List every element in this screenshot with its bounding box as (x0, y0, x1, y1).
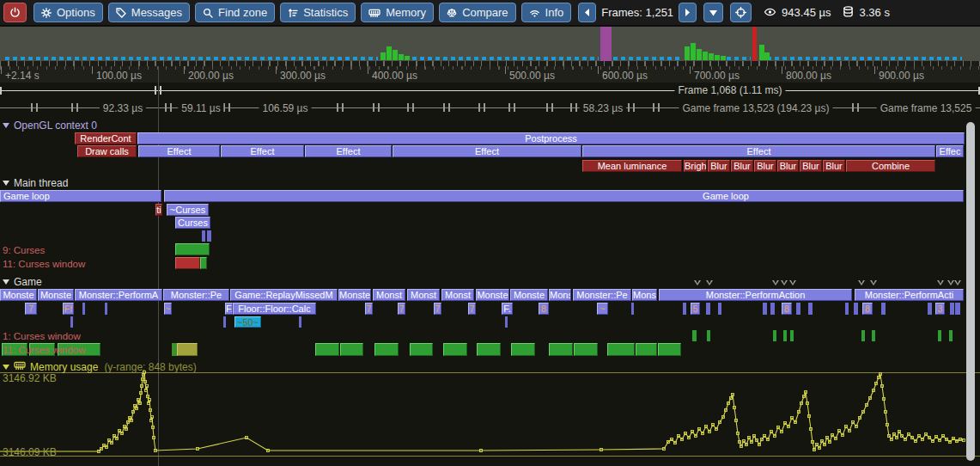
message-marker-icon[interactable] (772, 280, 779, 285)
zone[interactable] (340, 343, 363, 356)
frame-set-label[interactable]: Game frame 13,525 (877, 102, 976, 114)
scrollbar-thumb[interactable] (966, 122, 975, 461)
zone[interactable] (658, 343, 681, 356)
collapse-icon[interactable] (3, 181, 9, 186)
zone[interactable] (164, 190, 964, 202)
zone[interactable]: Mean luminance (582, 160, 682, 172)
frame-time-bar[interactable] (715, 55, 720, 60)
frame-set-label[interactable]: 59.11 µs (178, 102, 223, 114)
frame-time-bars[interactable] (412, 57, 599, 60)
frame-ruler[interactable]: Frame 1,068 (1.11 ms) (0, 83, 980, 98)
zone[interactable]: Effect (305, 145, 392, 157)
frame-time-bar[interactable] (685, 46, 690, 60)
collapse-icon[interactable] (3, 279, 9, 285)
zone-tick[interactable] (718, 303, 721, 315)
zone-tick[interactable] (872, 330, 875, 341)
frame-set-mark[interactable] (373, 103, 380, 112)
zone-tick[interactable] (505, 316, 508, 328)
zone[interactable]: Monste (38, 289, 74, 301)
zone-tick[interactable] (808, 303, 813, 315)
power-button[interactable] (3, 3, 27, 22)
zone[interactable]: F. (225, 303, 233, 315)
frame-time-bars[interactable] (727, 57, 751, 60)
zone[interactable]: Monster::PerformAction (659, 289, 852, 301)
zone[interactable] (315, 343, 339, 356)
zone-tick[interactable] (950, 303, 954, 315)
collapse-all-button[interactable] (703, 3, 723, 22)
zone-tick[interactable] (845, 303, 849, 315)
zone[interactable]: Postprocess (137, 132, 965, 144)
zone[interactable]: ti (155, 204, 162, 216)
message-marker-icon[interactable] (954, 280, 961, 285)
message-marker-icon[interactable] (781, 280, 788, 285)
toolbar-button-options[interactable]: Options (33, 3, 103, 22)
zone[interactable]: ~Curses (167, 204, 209, 216)
zone[interactable]: Monst (407, 289, 440, 301)
frame-time-bar[interactable] (393, 50, 398, 60)
zone-tick[interactable] (770, 303, 775, 315)
zone-tick[interactable] (683, 303, 686, 315)
zone[interactable]: 7 (434, 303, 441, 315)
zone-tick[interactable] (881, 303, 886, 315)
zone[interactable]: Ff (63, 303, 74, 315)
zone[interactable]: 7 (25, 303, 37, 315)
frame-set-label[interactable]: 58.23 µs (580, 102, 626, 114)
zone[interactable]: Effect (393, 145, 581, 157)
frame-set-mark[interactable] (570, 103, 577, 112)
zone[interactable] (374, 343, 399, 356)
zone-tick[interactable] (928, 303, 932, 315)
frame-set-mark[interactable] (407, 103, 414, 112)
message-marker-icon[interactable] (937, 280, 944, 285)
frame-set-mark[interactable] (546, 103, 553, 112)
frames-overview[interactable] (0, 27, 980, 61)
zone[interactable]: Monster::Pe (573, 289, 631, 301)
zone[interactable]: RenderCont (75, 132, 137, 144)
frame-set-mark[interactable] (628, 103, 635, 112)
zone-tick[interactable] (82, 303, 85, 315)
toolbar-button-find-zone[interactable]: Find zone (195, 3, 275, 22)
zone[interactable]: Game::ReplayMissedM (230, 289, 338, 301)
zone[interactable]: Monste (510, 289, 548, 301)
zone[interactable]: Monst (441, 289, 474, 301)
frame-time-bar[interactable] (764, 52, 770, 60)
frame-set-label[interactable]: 106.59 µs (259, 102, 312, 114)
zone-tick[interactable] (854, 303, 858, 315)
zone[interactable]: Blur (823, 160, 845, 172)
toolbar-button-compare[interactable]: Compare (439, 3, 515, 22)
zone-tick[interactable] (773, 330, 776, 341)
zone[interactable]: Monster::PerformA (75, 289, 162, 301)
zone[interactable]: Blur (800, 160, 822, 172)
zone-tick[interactable] (707, 330, 710, 341)
frame-sets-ruler[interactable]: 92.33 µs59.11 µs106.59 µs58.23 µsGame fr… (0, 98, 980, 117)
zone[interactable] (607, 343, 635, 356)
zone[interactable]: Effect (582, 145, 935, 157)
collapse-icon[interactable] (3, 365, 9, 370)
zone[interactable]: Mons (549, 289, 571, 301)
frame-set-mark[interactable] (653, 103, 660, 112)
frame-time-bar[interactable] (703, 52, 708, 60)
frame-set-mark[interactable] (223, 103, 230, 112)
zone[interactable]: Monster::PerformActi (855, 289, 964, 301)
zone[interactable]: 8 (862, 303, 873, 315)
zone-tick[interactable] (861, 330, 865, 341)
zone[interactable]: ~ (597, 303, 608, 315)
zone[interactable]: 3 (935, 303, 945, 315)
zone[interactable]: Blur (754, 160, 776, 172)
zone[interactable]: Effec (936, 145, 964, 157)
zone[interactable]: Monst (373, 289, 405, 301)
zone[interactable]: F. (502, 303, 513, 315)
zone-tick[interactable] (796, 303, 800, 315)
zone[interactable] (175, 257, 200, 269)
zone-tick[interactable] (955, 303, 960, 315)
frame-set-mark[interactable] (852, 103, 859, 112)
zone-tick[interactable] (938, 330, 941, 341)
zone[interactable] (636, 343, 657, 356)
memory-plot[interactable] (0, 359, 980, 466)
zone[interactable]: Floor::Floor::Calc (233, 303, 316, 315)
zone[interactable]: Effect (138, 145, 220, 157)
message-marker-icon[interactable] (694, 280, 701, 285)
zone-tick[interactable] (631, 303, 634, 315)
zone-tick[interactable] (105, 303, 107, 315)
zone[interactable]: Mons (632, 289, 657, 301)
toolbar-button-messages[interactable]: Messages (108, 3, 190, 22)
